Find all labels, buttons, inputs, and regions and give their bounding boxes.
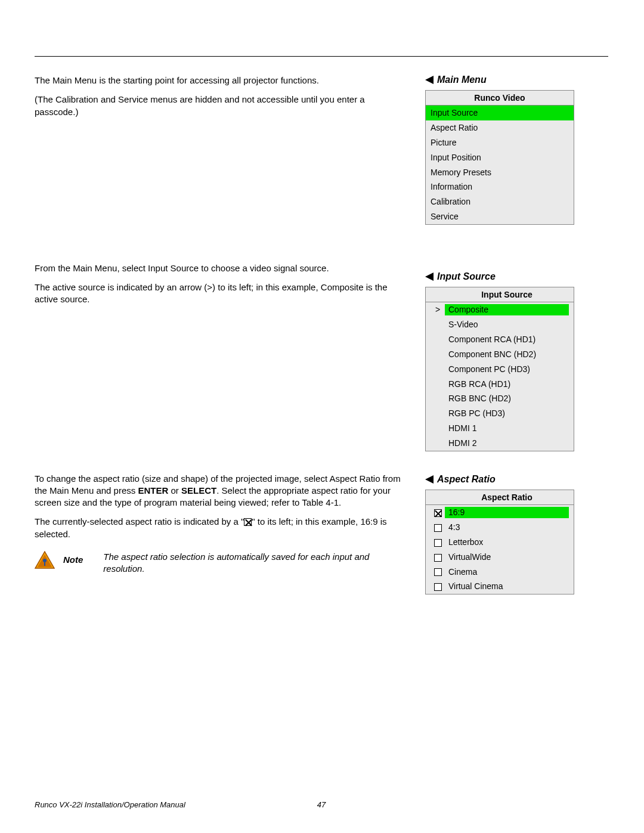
arrow-left-icon: [425, 475, 434, 484]
sidebar-column: Main Menu Runco Video Input SourceAspect…: [425, 75, 574, 612]
active-indicator: [431, 379, 445, 390]
svg-point-2: [43, 559, 47, 562]
menu-item[interactable]: Memory Presets: [426, 165, 574, 180]
menu-item-label: HDMI 1: [445, 423, 569, 434]
menu-title: Aspect Ratio: [426, 490, 574, 505]
footer-page-number: 47: [35, 800, 608, 809]
menu-item-label: S-Video: [445, 319, 569, 330]
menu-item-label: RGB PC (HD3): [445, 408, 569, 419]
menu-item-label: RGB BNC (HD2): [445, 393, 569, 404]
menu-item[interactable]: VirtualWide: [426, 550, 574, 565]
text-bold: ENTER: [138, 485, 168, 496]
heading-label: Aspect Ratio: [437, 474, 496, 485]
note-label: Note: [63, 551, 83, 565]
heading-label: Main Menu: [437, 75, 487, 85]
paragraph: The currently-selected aspect ratio is i…: [35, 516, 401, 540]
menu-item[interactable]: RGB BNC (HD2): [426, 391, 574, 406]
menu-item[interactable]: Letterbox: [426, 535, 574, 550]
section-heading-aspect-ratio: Aspect Ratio: [425, 474, 574, 485]
menu-input-source: Input Source >CompositeS-VideoComponent …: [425, 287, 574, 451]
paragraph: (The Calibration and Service menus are h…: [35, 94, 401, 118]
menu-item[interactable]: Picture: [426, 135, 574, 150]
menu-title: Input Source: [426, 287, 574, 302]
menu-item[interactable]: Virtual Cinema: [426, 579, 574, 594]
spacer: [35, 313, 401, 473]
active-indicator: >: [431, 304, 445, 315]
active-indicator: [431, 334, 445, 345]
menu-item-label: Component BNC (HD2): [445, 349, 569, 360]
menu-item[interactable]: 16:9: [426, 505, 574, 520]
menu-item[interactable]: Input Position: [426, 150, 574, 165]
menu-item-label: 16:9: [445, 507, 569, 518]
checkbox-indicator: [431, 581, 445, 592]
arrow-left-icon: [425, 272, 434, 281]
menu-item[interactable]: Aspect Ratio: [426, 120, 574, 135]
checkbox-icon: [434, 583, 442, 591]
text: The currently-selected aspect ratio is i…: [35, 516, 244, 527]
menu-item[interactable]: HDMI 1: [426, 421, 574, 436]
paragraph: The active source is indicated by an arr…: [35, 281, 401, 306]
menu-main: Runco Video Input SourceAspect RatioPict…: [425, 90, 574, 225]
heading-label: Input Source: [437, 271, 496, 282]
checkbox-icon: [434, 509, 442, 517]
active-indicator: [431, 438, 445, 449]
menu-item-label: Cinema: [445, 566, 569, 578]
menu-item-label: Component RCA (HD1): [445, 334, 569, 345]
arrow-left-icon: [425, 76, 434, 84]
note-block: Note The aspect ratio selection is autom…: [35, 551, 401, 575]
paragraph: The Main Menu is the starting point for …: [35, 75, 401, 86]
spacer: [35, 125, 401, 262]
menu-item[interactable]: Component RCA (HD1): [426, 332, 574, 347]
menu-item[interactable]: Component PC (HD3): [426, 362, 574, 377]
checkbox-indicator: [431, 537, 445, 548]
checkbox-icon: [434, 524, 442, 532]
checkbox-icon: [434, 554, 442, 562]
menu-item[interactable]: Cinema: [426, 565, 574, 580]
checked-box-icon: [244, 518, 252, 526]
checkbox-icon: [434, 539, 442, 547]
menu-title: Runco Video: [426, 91, 574, 106]
menu-aspect-ratio: Aspect Ratio 16:94:3LetterboxVirtualWide…: [425, 490, 574, 594]
spacer: [425, 243, 574, 271]
page-footer: Runco VX-22i Installation/Operation Manu…: [35, 800, 608, 809]
active-indicator: [431, 349, 445, 360]
svg-rect-3: [44, 562, 45, 566]
warning-icon: [35, 551, 55, 569]
menu-item[interactable]: 4:3: [426, 520, 574, 535]
body-column: The Main Menu is the starting point for …: [35, 75, 401, 612]
paragraph: To change the aspect ratio (size and sha…: [35, 473, 401, 509]
section-heading-input-source: Input Source: [425, 271, 574, 282]
menu-item-label: 4:3: [445, 522, 569, 533]
menu-item-label: Letterbox: [445, 537, 569, 548]
checkbox-indicator: [431, 552, 445, 563]
menu-item-label: HDMI 2: [445, 438, 569, 449]
text-bold: SELECT: [181, 485, 216, 496]
menu-item-label: RGB RCA (HD1): [445, 379, 569, 390]
checkbox-indicator: [431, 522, 445, 533]
active-indicator: [431, 423, 445, 434]
paragraph: From the Main Menu, select Input Source …: [35, 262, 401, 274]
menu-item[interactable]: RGB RCA (HD1): [426, 377, 574, 392]
menu-item[interactable]: Service: [426, 209, 574, 224]
active-indicator: [431, 408, 445, 419]
active-indicator: [431, 319, 445, 330]
menu-item[interactable]: Input Source: [426, 106, 574, 120]
checkbox-indicator: [431, 566, 445, 578]
menu-item[interactable]: >Composite: [426, 302, 574, 317]
menu-item[interactable]: S-Video: [426, 317, 574, 332]
section-heading-main-menu: Main Menu: [425, 75, 574, 85]
menu-item[interactable]: RGB PC (HD3): [426, 406, 574, 421]
menu-item-label: Component PC (HD3): [445, 364, 569, 375]
menu-item[interactable]: Calibration: [426, 194, 574, 209]
menu-item-label: VirtualWide: [445, 552, 569, 563]
active-indicator: [431, 364, 445, 375]
menu-item[interactable]: HDMI 2: [426, 436, 574, 451]
active-indicator: [431, 393, 445, 404]
text: or: [168, 485, 181, 496]
checkbox-indicator: [431, 507, 445, 518]
menu-item[interactable]: Component BNC (HD2): [426, 347, 574, 362]
checkbox-icon: [434, 568, 442, 576]
note-text: The aspect ratio selection is automatica…: [103, 551, 401, 575]
menu-item-label: Composite: [445, 304, 569, 315]
menu-item[interactable]: Information: [426, 179, 574, 194]
